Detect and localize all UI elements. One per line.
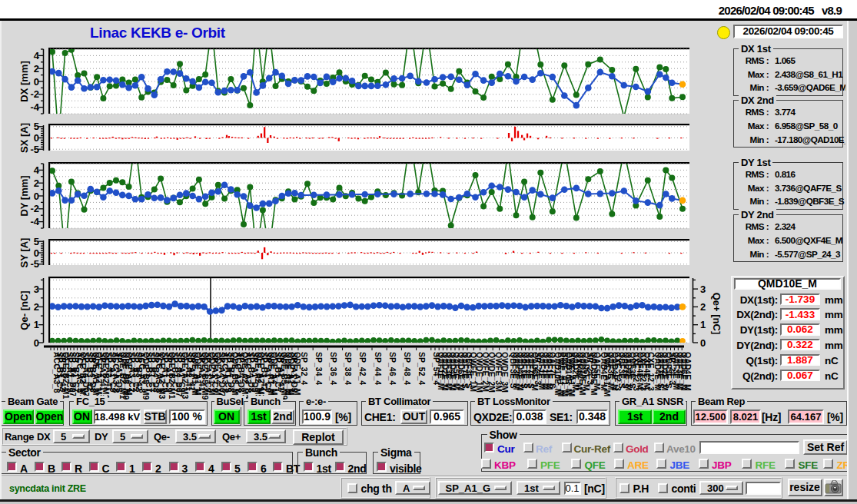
svg-text:DY [mm]: DY [mm] [18, 175, 30, 216]
svg-text:SP_42_4: SP_42_4 [358, 352, 367, 385]
svg-text:2: 2 [34, 301, 39, 313]
svg-text:-2: -2 [30, 203, 39, 214]
svg-text:SY [A]: SY [A] [18, 238, 30, 268]
svg-text:2: 2 [34, 63, 39, 75]
svg-text:SX [A]: SX [A] [18, 123, 30, 153]
svg-text:2: 2 [700, 301, 706, 313]
svg-text:-4: -4 [30, 101, 39, 113]
svg-text:-2: -2 [30, 88, 39, 100]
svg-text:-4: -4 [30, 216, 39, 227]
svg-text:0: 0 [34, 132, 39, 144]
svg-text:DX [mm]: DX [mm] [18, 61, 30, 101]
svg-text:0: 0 [34, 337, 39, 349]
svg-text:SP_36_4: SP_36_4 [329, 352, 338, 385]
svg-text:QAD4E_M: QAD4E_M [683, 352, 693, 391]
svg-text:Qe+ [nC]: Qe+ [nC] [711, 293, 722, 335]
svg-text:4: 4 [34, 164, 40, 176]
svg-text:2: 2 [34, 177, 39, 189]
svg-text:SP_44_4: SP_44_4 [374, 352, 383, 385]
svg-text:QWDE_3M: QWDE_3M [500, 352, 510, 393]
svg-text:SP_38_4: SP_38_4 [344, 352, 353, 385]
svg-text:0: 0 [34, 76, 39, 88]
svg-text:0: 0 [700, 337, 706, 349]
svg-text:SP_34_4: SP_34_4 [314, 352, 324, 385]
svg-text:-5: -5 [30, 258, 39, 270]
svg-text:3: 3 [34, 284, 39, 295]
svg-text:1: 1 [34, 319, 39, 330]
svg-text:SP_52_4: SP_52_4 [417, 352, 427, 385]
svg-text:0: 0 [34, 191, 39, 202]
svg-text:5: 5 [34, 236, 39, 247]
svg-text:5: 5 [34, 121, 39, 132]
svg-text:Qe- [nC]: Qe- [nC] [18, 290, 30, 330]
svg-text:1: 1 [700, 319, 706, 330]
svg-text:SP_32_4: SP_32_4 [300, 352, 309, 385]
svg-text:4: 4 [34, 50, 40, 61]
svg-text:-5: -5 [30, 144, 39, 155]
svg-text:SP_48_4: SP_48_4 [403, 352, 412, 385]
svg-text:3: 3 [700, 284, 706, 295]
svg-text:SP_46_4: SP_46_4 [388, 352, 397, 385]
svg-text:0: 0 [34, 247, 39, 259]
